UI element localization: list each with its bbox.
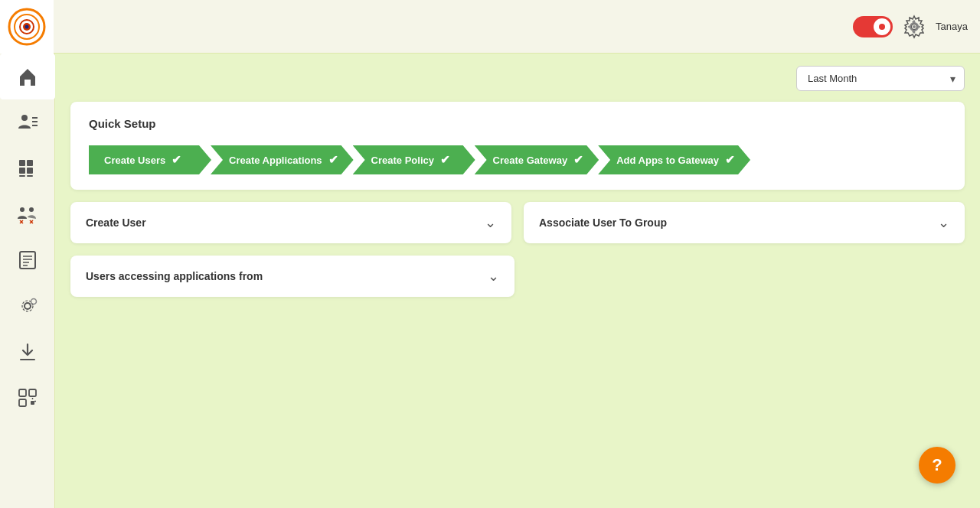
create-user-header[interactable]: Create User ⌄ — [70, 202, 511, 243]
step-add-apps-label: Add Apps to Gateway — [616, 155, 719, 166]
quick-setup-title: Quick Setup — [89, 117, 946, 130]
step-create-users-check: ✔ — [172, 153, 181, 167]
reports-icon — [17, 249, 38, 271]
top-bar-right: Tanaya — [853, 15, 968, 39]
svg-rect-21 — [27, 160, 33, 166]
associate-user-header[interactable]: Associate User To Group ⌄ — [524, 202, 965, 243]
help-label: ? — [932, 455, 942, 475]
svg-point-26 — [20, 207, 24, 212]
integrations-icon: + — [17, 387, 38, 409]
step-create-policy-label: Create Policy — [371, 155, 434, 166]
logo-icon — [8, 8, 46, 46]
quick-setup-panel: Quick Setup Create Users ✔ Create Applic… — [70, 102, 965, 190]
sidebar-item-grid[interactable] — [0, 145, 55, 191]
step-create-gateway[interactable]: Create Gateway ✔ — [475, 145, 599, 174]
svg-rect-10 — [908, 25, 911, 27]
user-management-icon — [17, 204, 38, 225]
gear-icon — [902, 15, 926, 39]
main-layout: + Last Month Last Week Last 3 Months Las… — [0, 54, 980, 508]
sidebar-item-integrations[interactable]: + — [0, 375, 55, 421]
step-add-apps-to-gateway[interactable]: Add Apps to Gateway ✔ — [598, 145, 750, 174]
associate-user-chevron: ⌄ — [938, 214, 949, 231]
svg-point-38 — [24, 303, 31, 309]
top-bar: Tanaya — [0, 0, 980, 54]
step-add-apps-check: ✔ — [725, 153, 735, 167]
step-create-applications-check: ✔ — [328, 153, 338, 167]
steps-row: Create Users ✔ Create Applications ✔ Cre… — [89, 145, 946, 174]
home-icon — [17, 66, 38, 87]
step-create-applications-label: Create Applications — [229, 155, 322, 166]
svg-rect-24 — [19, 175, 25, 177]
toggle-knob — [874, 18, 890, 35]
filter-select[interactable]: Last Month Last Week Last 3 Months Last … — [796, 66, 965, 91]
svg-rect-43 — [19, 389, 26, 396]
filter-select-wrap[interactable]: Last Month Last Week Last 3 Months Last … — [796, 66, 965, 91]
help-button[interactable]: ? — [919, 447, 956, 484]
sidebar-item-home[interactable] — [0, 54, 55, 99]
sidebar: + — [0, 54, 55, 508]
step-create-gateway-label: Create Gateway — [493, 155, 568, 166]
user-name: Tanaya — [936, 21, 968, 32]
content-area: Last Month Last Week Last 3 Months Last … — [55, 54, 980, 508]
create-user-title: Create User — [86, 217, 146, 229]
svg-rect-44 — [29, 389, 36, 396]
associate-user-card: Associate User To Group ⌄ — [524, 202, 965, 243]
associate-user-title: Associate User To Group — [539, 217, 667, 229]
sidebar-item-user-management[interactable] — [0, 191, 55, 237]
sidebar-item-reports[interactable] — [0, 237, 55, 283]
step-create-users[interactable]: Create Users ✔ — [89, 145, 211, 174]
svg-rect-20 — [19, 160, 25, 166]
sidebar-item-users-list[interactable] — [0, 99, 55, 145]
users-accessing-title: Users accessing applications from — [86, 270, 263, 282]
svg-text:+: + — [31, 401, 34, 405]
filter-row: Last Month Last Week Last 3 Months Last … — [70, 66, 965, 91]
top-bar-left — [0, 0, 54, 54]
create-user-card: Create User ⌄ — [70, 202, 511, 243]
sidebar-item-download[interactable] — [0, 329, 55, 375]
grid-icon — [17, 158, 38, 179]
create-user-chevron: ⌄ — [485, 214, 496, 231]
svg-rect-25 — [27, 175, 33, 177]
download-icon — [17, 341, 38, 363]
step-create-users-label: Create Users — [104, 155, 165, 166]
users-accessing-card: Users accessing applications from ⌄ — [70, 256, 514, 297]
svg-rect-22 — [19, 168, 25, 174]
logo — [0, 0, 54, 54]
svg-rect-45 — [19, 399, 26, 406]
users-list-icon — [17, 112, 38, 133]
svg-point-16 — [21, 115, 28, 121]
svg-rect-11 — [917, 25, 920, 27]
step-create-policy-check: ✔ — [440, 153, 450, 167]
svg-point-27 — [29, 207, 34, 212]
step-create-applications[interactable]: Create Applications ✔ — [211, 145, 354, 174]
users-accessing-header[interactable]: Users accessing applications from ⌄ — [70, 256, 514, 297]
sidebar-item-settings[interactable] — [0, 283, 55, 329]
toggle-button[interactable] — [853, 16, 893, 37]
svg-point-7 — [913, 25, 916, 28]
users-accessing-chevron: ⌄ — [488, 268, 499, 285]
settings-icon — [17, 295, 38, 317]
lower-panels-row: Create User ⌄ Associate User To Group ⌄ — [70, 202, 965, 243]
svg-point-4 — [25, 24, 29, 28]
settings-icon-wrap[interactable] — [902, 15, 926, 39]
step-create-gateway-check: ✔ — [573, 153, 583, 167]
step-create-policy[interactable]: Create Policy ✔ — [353, 145, 475, 174]
svg-rect-23 — [27, 168, 33, 174]
